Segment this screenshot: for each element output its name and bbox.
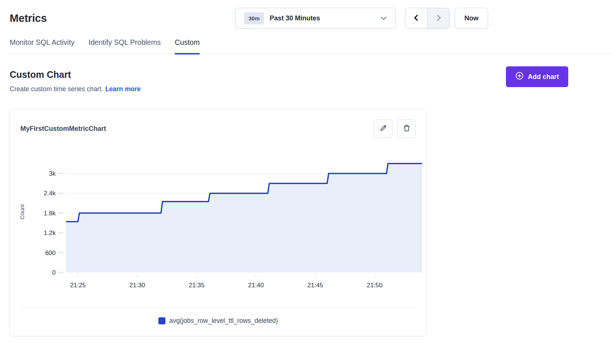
svg-text:3k: 3k xyxy=(49,170,56,177)
chevron-left-icon xyxy=(412,14,421,23)
chevron-right-icon xyxy=(434,14,442,23)
now-button[interactable]: Now xyxy=(455,8,488,29)
top-bar: Metrics 30m Past 30 Minutes xyxy=(10,8,612,29)
chart-plot-area: 06001.2k1.8k2.4k3k21:2521:3021:3521:4021… xyxy=(14,149,426,290)
chart-title: MyFirstCustomMetricChart xyxy=(20,125,106,133)
time-series-chart: 06001.2k1.8k2.4k3k21:2521:3021:3521:4021… xyxy=(10,138,426,290)
next-time-button[interactable] xyxy=(427,8,449,28)
svg-text:2.4k: 2.4k xyxy=(44,190,56,197)
previous-time-button[interactable] xyxy=(405,8,427,28)
svg-text:21:35: 21:35 xyxy=(189,282,205,289)
svg-text:21:30: 21:30 xyxy=(129,282,145,289)
svg-text:Count: Count xyxy=(19,204,25,219)
pencil-icon xyxy=(379,124,387,133)
chart-action-buttons xyxy=(374,119,416,138)
tab-monitor-sql-activity[interactable]: Monitor SQL Activity xyxy=(10,38,75,54)
learn-more-link[interactable]: Learn more xyxy=(105,85,141,93)
section-heading: Custom Chart xyxy=(10,69,141,80)
chart-card-header: MyFirstCustomMetricChart xyxy=(10,109,426,138)
time-range-dropdown[interactable]: 30m Past 30 Minutes xyxy=(236,8,396,29)
trash-icon xyxy=(403,124,411,133)
delete-chart-button[interactable] xyxy=(397,119,416,138)
time-range-badge: 30m xyxy=(244,12,264,24)
edit-chart-button[interactable] xyxy=(374,119,392,138)
svg-text:21:25: 21:25 xyxy=(70,282,86,289)
tab-identify-sql-problems[interactable]: Identify SQL Problems xyxy=(89,38,161,54)
custom-chart-section-header: Custom Chart Create custom time series c… xyxy=(10,69,612,93)
section-heading-block: Custom Chart Create custom time series c… xyxy=(10,69,141,93)
svg-text:0: 0 xyxy=(52,269,56,276)
tab-custom[interactable]: Custom xyxy=(175,38,200,54)
legend-label: avg(jobs_row_level_ttl_rows_deleted) xyxy=(170,317,278,325)
svg-text:21:45: 21:45 xyxy=(307,282,323,289)
add-chart-button[interactable]: Add chart xyxy=(506,66,568,87)
chart-legend: avg(jobs_row_level_ttl_rows_deleted) xyxy=(10,307,426,336)
svg-text:1.8k: 1.8k xyxy=(44,210,56,217)
section-description-text: Create custom time series chart. xyxy=(10,85,103,93)
section-description: Create custom time series chart.Learn mo… xyxy=(10,85,141,93)
page-title: Metrics xyxy=(10,12,236,24)
custom-metric-chart-card: MyFirstCustomMetricChart 06001.2k1.8k2.4… xyxy=(10,109,427,336)
time-range-label: Past 30 Minutes xyxy=(270,14,375,22)
time-controls: 30m Past 30 Minutes Now xyxy=(236,8,488,29)
svg-text:21:50: 21:50 xyxy=(367,282,383,289)
plus-circle-icon xyxy=(515,72,524,82)
tab-bar: Monitor SQL Activity Identify SQL Proble… xyxy=(10,38,612,54)
time-step-button-group xyxy=(405,8,450,29)
svg-text:21:40: 21:40 xyxy=(248,282,264,289)
svg-text:600: 600 xyxy=(45,249,56,257)
chevron-down-icon xyxy=(381,15,386,21)
legend-swatch xyxy=(158,317,165,324)
add-chart-label: Add chart xyxy=(528,73,559,81)
metrics-page: Metrics 30m Past 30 Minutes xyxy=(0,8,612,336)
svg-text:1.2k: 1.2k xyxy=(44,229,56,236)
